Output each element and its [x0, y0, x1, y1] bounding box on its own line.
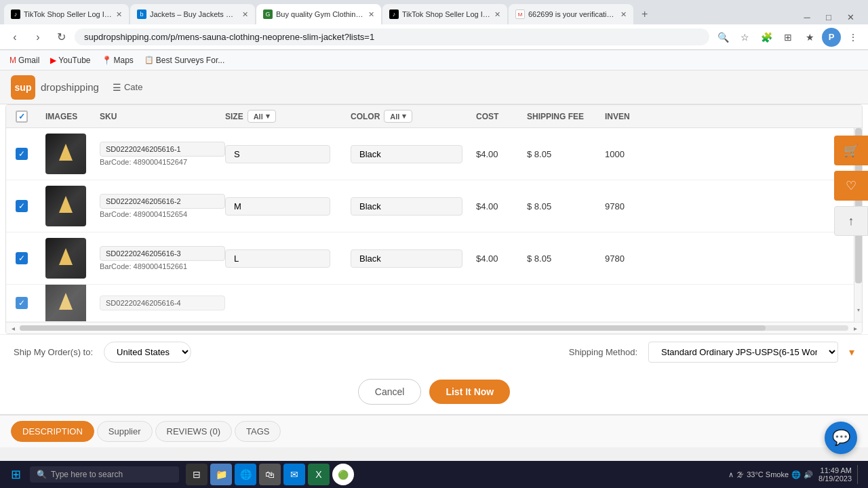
taskbar-clock[interactable]: 11:49 AM 8/19/2023 — [818, 466, 852, 483]
close-window-button[interactable]: ✕ — [841, 9, 860, 24]
scroll-left-arrow-icon[interactable]: ◂ — [9, 324, 17, 332]
tab-4-close[interactable]: ✕ — [494, 10, 500, 19]
shipping-method-select[interactable]: Standard Ordinary JPS-USPS(6-15 Wor — [648, 342, 838, 363]
color-filter-chevron-icon: ▾ — [402, 112, 406, 121]
bookmark-maps[interactable]: 📍 Maps — [98, 54, 138, 67]
row1-checkbox[interactable]: ✓ — [16, 148, 28, 160]
taskbar-excel-button[interactable]: X — [308, 464, 330, 485]
tab-reviews[interactable]: REVIEWS (0) — [155, 421, 232, 442]
product-detail-tabs: DESCRIPTION Supplier REVIEWS (0) TAGS — [0, 414, 868, 447]
taskbar-weather-text: 33°C Smoke — [747, 470, 789, 479]
row1-product-image — [45, 134, 86, 174]
tab-2-label: Jackets – Buy Jackets with fr... — [150, 10, 238, 18]
table-row: ✓ SD02220246205616-3 BarCode: 4890004152… — [6, 232, 862, 285]
header-cost: COST — [476, 112, 527, 121]
bookmark-icon[interactable]: ☆ — [735, 28, 754, 47]
reload-button[interactable]: ↻ — [52, 28, 71, 47]
volume-icon: 🔊 — [804, 470, 813, 479]
taskbar-system-tray: ∧ 🌫 33°C Smoke 🌐 🔊 — [728, 470, 813, 479]
extension-puzzle-icon[interactable]: 🧩 — [757, 28, 776, 47]
page-header: sup dropshipping ☰ Cate — [0, 70, 868, 104]
tab-4[interactable]: ♪ TikTok Shop Seller Log In | ... ✕ — [382, 4, 507, 24]
live-chat-button[interactable]: 💬 — [825, 422, 857, 454]
scroll-right-arrow-icon[interactable]: ▸ — [851, 324, 859, 332]
row2-color-cell: Black — [351, 197, 476, 216]
scroll-down-arrow-icon[interactable]: ▾ — [855, 307, 862, 312]
tab-3[interactable]: G Buy quality Gym Clothing M... ✕ — [256, 4, 381, 24]
split-view-icon[interactable]: ⊞ — [778, 28, 797, 47]
taskbar-store-button[interactable]: 🛍 — [259, 464, 281, 485]
show-desktop-button[interactable] — [857, 465, 863, 484]
category-nav: ☰ Cate — [113, 82, 142, 93]
page-content: sup dropshipping ☰ Cate ✓ IMAGES SKU SIZ… — [0, 70, 868, 447]
tab-2-close[interactable]: ✕ — [242, 10, 248, 19]
tab-2[interactable]: b Jackets – Buy Jackets with fr... ✕ — [130, 4, 255, 24]
row4-checkbox[interactable]: ✓ — [16, 297, 28, 309]
taskbar-files-button[interactable]: 📁 — [210, 464, 232, 485]
tab-3-label: Buy quality Gym Clothing M... — [276, 10, 364, 18]
maximize-button[interactable]: □ — [819, 9, 838, 24]
row1-color-input[interactable]: Black — [351, 145, 462, 163]
tab-3-favicon: G — [263, 9, 273, 19]
row3-checkbox[interactable]: ✓ — [16, 252, 28, 264]
taskbar-taskview-button[interactable]: ⊟ — [186, 464, 208, 485]
list-it-now-button[interactable]: List It Now — [429, 380, 510, 404]
tab-tags[interactable]: TAGS — [235, 421, 281, 442]
tab-supplier[interactable]: Supplier — [97, 421, 153, 442]
bookmark-gmail[interactable]: M Gmail — [5, 54, 43, 67]
tab-4-label: TikTok Shop Seller Log In | ... — [402, 10, 490, 18]
country-select[interactable]: United States — [104, 342, 191, 363]
tab-3-close[interactable]: ✕ — [368, 10, 374, 19]
row2-size-input[interactable]: M — [225, 197, 330, 216]
row3-size-input[interactable]: L — [225, 249, 330, 268]
header-color: COLOR All ▾ — [351, 110, 476, 123]
row2-color-input[interactable]: Black — [351, 197, 462, 216]
taskbar-chrome-button[interactable]: 🟢 — [332, 464, 354, 485]
bookmarks-bar: M Gmail ▶ YouTube 📍 Maps 📋 Best Surveys … — [0, 50, 868, 70]
tab-1[interactable]: ♪ TikTok Shop Seller Log In | ... ✕ — [4, 4, 129, 24]
back-button[interactable]: ‹ — [5, 28, 24, 47]
forward-button[interactable]: › — [28, 28, 47, 47]
tab-5[interactable]: M 662699 is your verification ... ✕ — [509, 4, 633, 24]
tab-5-close[interactable]: ✕ — [620, 10, 627, 19]
taskbar-edge-button[interactable]: 🌐 — [235, 464, 256, 485]
shipping-dropdown-chevron-icon[interactable]: ▾ — [849, 346, 854, 359]
tab-1-close[interactable]: ✕ — [116, 10, 122, 19]
horizontal-scrollbar-container: ◂ ▸ — [6, 322, 862, 333]
bookmark-youtube[interactable]: ▶ YouTube — [46, 54, 94, 67]
right-panel-btn1[interactable]: 🛒 — [834, 136, 868, 165]
settings-icon[interactable]: ⋮ — [844, 28, 863, 47]
search-icon[interactable]: 🔍 — [713, 28, 732, 47]
row3-shipping-cell: $ 8.05 — [527, 253, 605, 264]
horizontal-scrollbar-thumb[interactable] — [20, 325, 766, 331]
favorites-icon[interactable]: ★ — [800, 28, 819, 47]
cancel-button[interactable]: Cancel — [358, 379, 422, 405]
new-tab-button[interactable]: + — [635, 4, 654, 24]
windows-start-button[interactable]: ⊞ — [5, 464, 26, 485]
address-input[interactable] — [75, 28, 709, 45]
select-all-checkbox[interactable]: ✓ — [16, 110, 28, 123]
taskbar-mail-button[interactable]: ✉ — [283, 464, 305, 485]
row1-size-input[interactable]: S — [225, 145, 330, 163]
bookmark-surveys[interactable]: 📋 Best Surveys For... — [140, 54, 229, 67]
row1-cost-value: $4.00 — [476, 149, 498, 159]
right-panel-btn2[interactable]: ♡ — [834, 171, 868, 201]
row3-color-input[interactable]: Black — [351, 249, 462, 268]
size-label: SIZE — [225, 112, 243, 121]
bookmark-surveys-label: Best Surveys For... — [156, 56, 224, 65]
tab-description[interactable]: DESCRIPTION — [11, 421, 94, 442]
color-filter-dropdown[interactable]: All ▾ — [384, 110, 412, 123]
taskbar-date-display: 8/19/2023 — [818, 474, 852, 483]
taskbar-expand-tray-icon[interactable]: ∧ — [728, 470, 734, 479]
row3-cost-value: $4.00 — [476, 253, 498, 264]
minimize-button[interactable]: ─ — [797, 9, 816, 24]
row3-cost-cell: $4.00 — [476, 253, 527, 264]
taskbar-search-box[interactable]: 🔍 Type here to search — [30, 466, 179, 483]
profile-icon[interactable]: P — [822, 28, 841, 47]
page-logo-text: dropshipping — [41, 81, 99, 93]
size-filter-dropdown[interactable]: All ▾ — [248, 110, 276, 123]
taskbar-weather-icon: 🌫 — [736, 470, 744, 479]
right-panel-btn3[interactable]: ↑ — [834, 206, 868, 236]
row2-checkbox[interactable]: ✓ — [16, 200, 28, 212]
bookmark-youtube-label: YouTube — [58, 56, 90, 65]
